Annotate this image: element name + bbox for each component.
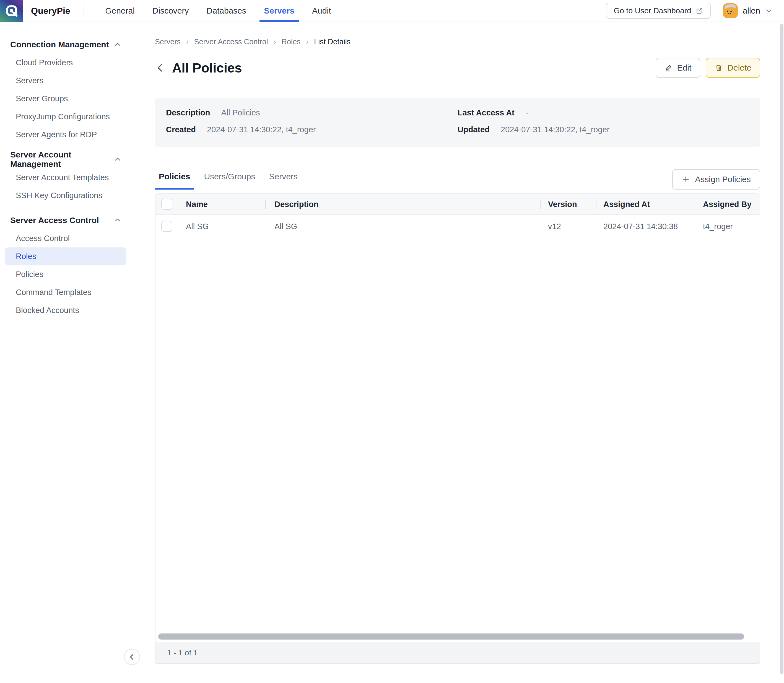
sidebar-section-title-server-account-management[interactable]: Server Account Management — [0, 150, 132, 168]
nav-item-databases[interactable]: Databases — [198, 0, 255, 22]
breadcrumb-separator-icon: › — [274, 38, 276, 46]
page-title-row: All Policies Edit — [155, 57, 760, 78]
sidebar-item-command-templates[interactable]: Command Templates — [5, 284, 126, 301]
brand-name: QueryPie — [31, 6, 70, 16]
edit-button[interactable]: Edit — [656, 58, 701, 78]
tab-policies[interactable]: Policies — [155, 172, 194, 189]
sidebar-item-servers[interactable]: Servers — [5, 72, 126, 90]
table-row[interactable]: All SG All SG v12 2024-07-31 14:30:38 t4… — [155, 215, 760, 238]
table-horizontal-scrollbar[interactable] — [158, 633, 744, 640]
sidebar-item-cloud-providers[interactable]: Cloud Providers — [5, 54, 126, 72]
assign-policies-label: Assign Policies — [695, 175, 751, 184]
table-empty-area — [155, 238, 760, 642]
sidebar-item-server-agents-for-rdp[interactable]: Server Agents for RDP — [5, 126, 126, 144]
section-title-label: Server Access Control — [10, 216, 99, 225]
breadcrumb-roles[interactable]: Roles — [282, 38, 301, 46]
tab-servers[interactable]: Servers — [265, 172, 301, 189]
section-title-label: Server Account Management — [10, 150, 114, 169]
sidebar-item-roles[interactable]: Roles — [5, 247, 126, 265]
chevron-left-icon — [128, 653, 136, 661]
sidebar: Connection Management Cloud Providers Se… — [0, 22, 132, 683]
breadcrumb-servers[interactable]: Servers — [155, 38, 181, 46]
sidebar-item-server-account-templates[interactable]: Server Account Templates — [5, 168, 126, 186]
column-header-assigned-at: Assigned At — [596, 194, 694, 215]
column-header-assigned-by: Assigned By — [694, 194, 760, 215]
row-checkbox[interactable] — [161, 221, 172, 232]
nav-item-general[interactable]: General — [96, 0, 144, 22]
role-details-panel: Description All Policies Last Access At … — [155, 98, 760, 147]
nav-item-discovery[interactable]: Discovery — [144, 0, 198, 22]
detail-created: Created 2024-07-31 14:30:22, t4_roger — [166, 125, 458, 134]
sidebar-item-server-groups[interactable]: Server Groups — [5, 90, 126, 107]
breadcrumb-separator-icon: › — [186, 38, 189, 46]
pagination-summary: 1 - 1 of 1 — [167, 648, 198, 657]
sidebar-section-server-account-management: Server Account Management Server Account… — [0, 150, 132, 205]
go-to-user-dashboard-button[interactable]: Go to User Dashboard — [606, 3, 710, 19]
description-label: Description — [166, 108, 210, 117]
row-assigned-by: t4_roger — [694, 215, 760, 238]
querypie-logo[interactable] — [0, 0, 23, 22]
created-label: Created — [166, 125, 196, 134]
breadcrumb-current-list-details: List Details — [314, 38, 350, 46]
nav-item-servers[interactable]: Servers — [255, 0, 303, 22]
plus-icon — [682, 175, 690, 183]
sidebar-item-proxyjump-configurations[interactable]: ProxyJump Configurations — [5, 107, 126, 126]
last-access-at-label: Last Access At — [458, 108, 515, 117]
detail-description: Description All Policies — [166, 108, 458, 117]
go-to-user-dashboard-label: Go to User Dashboard — [614, 6, 691, 15]
sidebar-section-server-access-control: Server Access Control Access Control Rol… — [0, 211, 132, 319]
topbar-right: Go to User Dashboard allen — [606, 3, 784, 19]
table-header-row: Name Description Version Assigned At Ass… — [155, 194, 760, 215]
assign-policies-button[interactable]: Assign Policies — [672, 169, 760, 189]
main-content: Servers › Server Access Control › Roles … — [133, 22, 784, 683]
tab-users-groups[interactable]: Users/Groups — [200, 172, 259, 189]
back-button[interactable] — [155, 63, 165, 73]
sidebar-item-ssh-key-configurations[interactable]: SSH Key Configurations — [5, 186, 126, 205]
trash-icon — [715, 64, 723, 72]
sidebar-item-policies[interactable]: Policies — [5, 265, 126, 284]
top-navigation-bar: QueryPie General Discovery Databases Ser… — [0, 0, 784, 22]
sidebar-collapse-button[interactable] — [124, 649, 140, 665]
breadcrumb-separator-icon: › — [306, 38, 309, 46]
row-description: All SG — [265, 215, 540, 238]
sidebar-item-blocked-accounts[interactable]: Blocked Accounts — [5, 301, 126, 319]
tabs-row: Policies Users/Groups Servers Assign Pol… — [155, 168, 760, 189]
select-all-checkbox[interactable] — [161, 199, 172, 210]
section-title-label: Connection Management — [10, 40, 109, 49]
user-name: allen — [743, 6, 760, 16]
header-checkbox-cell — [155, 194, 178, 215]
avatar — [723, 3, 738, 18]
policies-table-card: Name Description Version Assigned At Ass… — [155, 194, 760, 664]
topbar-divider — [83, 6, 84, 16]
chevron-up-icon — [114, 156, 121, 163]
sidebar-section-title-server-access-control[interactable]: Server Access Control — [0, 211, 132, 229]
row-assigned-at: 2024-07-31 14:30:38 — [596, 215, 694, 238]
edit-button-label: Edit — [677, 63, 691, 72]
description-value: All Policies — [221, 108, 260, 117]
pencil-icon — [664, 64, 673, 72]
breadcrumb-server-access-control[interactable]: Server Access Control — [194, 38, 268, 46]
created-value: 2024-07-31 14:30:22, t4_roger — [207, 125, 316, 134]
primary-nav: General Discovery Databases Servers Audi… — [96, 0, 340, 22]
column-header-name: Name — [178, 194, 265, 215]
row-checkbox-cell — [155, 215, 178, 238]
table-footer: 1 - 1 of 1 — [155, 642, 760, 663]
breadcrumb: Servers › Server Access Control › Roles … — [155, 38, 760, 46]
detail-updated: Updated 2024-07-31 14:30:22, t4_roger — [458, 125, 749, 134]
last-access-at-value: - — [526, 108, 528, 117]
column-header-description: Description — [265, 194, 540, 215]
sidebar-item-access-control[interactable]: Access Control — [5, 229, 126, 247]
title-actions: Edit Delete — [656, 58, 760, 78]
column-header-version: Version — [540, 194, 596, 215]
delete-button[interactable]: Delete — [706, 58, 760, 78]
chevron-down-icon — [765, 7, 773, 14]
nav-item-audit[interactable]: Audit — [303, 0, 340, 22]
delete-button-label: Delete — [727, 63, 751, 72]
sidebar-section-title-connection-management[interactable]: Connection Management — [0, 35, 132, 54]
external-link-icon — [696, 7, 703, 14]
user-menu[interactable]: allen — [723, 3, 773, 18]
row-name: All SG — [178, 215, 265, 238]
chevron-up-icon — [114, 217, 121, 224]
row-version: v12 — [540, 215, 596, 238]
sidebar-section-connection-management: Connection Management Cloud Providers Se… — [0, 35, 132, 144]
